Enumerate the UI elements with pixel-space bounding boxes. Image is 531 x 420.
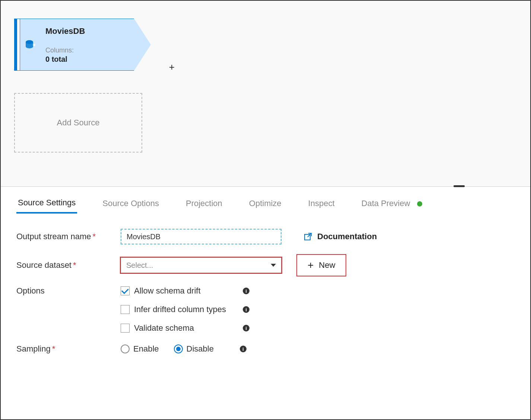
source-dataset-label: Source dataset*	[16, 260, 121, 270]
sampling-enable-radio[interactable]: Enable	[121, 344, 159, 354]
external-link-icon	[304, 233, 312, 241]
source-settings-form: Output stream name* Documentation Source…	[1, 214, 530, 380]
output-stream-name-input[interactable]	[121, 229, 282, 244]
dataflow-canvas[interactable]: MoviesDB Columns: 0 total + Add Source	[1, 1, 530, 187]
info-icon[interactable]: i	[243, 288, 249, 294]
sampling-label: Sampling*	[16, 344, 121, 354]
sampling-label-text: Sampling	[16, 344, 51, 353]
plus-icon: +	[308, 259, 314, 271]
source-dataset-label-text: Source dataset	[16, 260, 71, 270]
infer-drifted-checkbox[interactable]	[121, 305, 130, 314]
validate-schema-checkbox[interactable]	[121, 324, 130, 333]
required-asterisk: *	[52, 344, 55, 353]
radio-icon	[174, 344, 183, 353]
output-stream-label-text: Output stream name	[16, 232, 91, 241]
tab-source-settings[interactable]: Source Settings	[16, 195, 77, 214]
node-icon-box	[20, 19, 41, 71]
info-icon[interactable]: i	[240, 346, 247, 352]
node-arrow	[134, 19, 151, 71]
documentation-link[interactable]: Documentation	[304, 232, 377, 241]
new-dataset-button[interactable]: + New	[298, 256, 345, 275]
select-placeholder: Select...	[126, 261, 153, 270]
required-asterisk: *	[73, 260, 76, 270]
tab-optimize[interactable]: Optimize	[248, 196, 283, 213]
node-handle	[17, 19, 20, 71]
settings-tabs: Source Settings Source Options Projectio…	[1, 187, 530, 214]
node-accent-bar	[14, 19, 17, 71]
options-label: Options	[16, 286, 121, 296]
add-source-placeholder[interactable]: Add Source	[14, 93, 142, 153]
info-icon[interactable]: i	[243, 325, 249, 331]
output-stream-name-label: Output stream name*	[16, 232, 121, 241]
node-columns-count: 0 total	[45, 55, 127, 64]
enable-label: Enable	[133, 344, 159, 354]
tab-inspect[interactable]: Inspect	[307, 196, 336, 213]
tab-projection[interactable]: Projection	[184, 196, 224, 213]
info-icon[interactable]: i	[243, 306, 249, 313]
required-asterisk: *	[93, 232, 96, 241]
source-dataset-select[interactable]: Select...	[121, 257, 282, 273]
validate-schema-label: Validate schema	[134, 323, 238, 333]
tab-data-preview-label: Data Preview	[362, 199, 410, 208]
allow-schema-drift-checkbox[interactable]	[121, 286, 130, 295]
source-node-moviesdb[interactable]: MoviesDB Columns: 0 total +	[14, 19, 151, 71]
chevron-down-icon	[271, 264, 276, 267]
tab-data-preview[interactable]: Data Preview	[360, 196, 424, 213]
allow-schema-drift-label: Allow schema drift	[134, 286, 238, 296]
disable-label: Disable	[187, 344, 214, 354]
node-title: MoviesDB	[45, 26, 127, 36]
node-columns-label: Columns:	[45, 47, 127, 54]
panel-resize-handle[interactable]	[454, 185, 465, 187]
tab-source-options[interactable]: Source Options	[101, 196, 160, 213]
documentation-label: Documentation	[317, 232, 377, 241]
add-source-label: Add Source	[57, 118, 100, 128]
radio-icon	[121, 344, 130, 353]
add-step-icon[interactable]: +	[169, 61, 175, 73]
infer-drifted-label: Infer drifted column types	[134, 305, 238, 314]
sampling-disable-radio[interactable]: Disable	[174, 344, 214, 354]
new-button-label: New	[319, 260, 335, 270]
data-preview-status-dot	[417, 201, 422, 206]
database-source-icon	[25, 40, 36, 49]
